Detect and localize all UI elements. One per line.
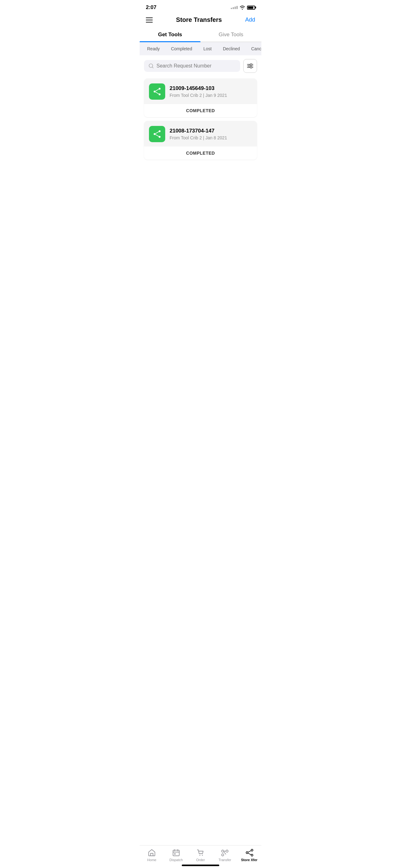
transfer-card-2[interactable]: 21008-173704-147 From Tool Crib 2 | Jan …	[144, 121, 257, 160]
sub-tab-ready[interactable]: Ready	[142, 44, 165, 54]
svg-point-8	[154, 91, 156, 92]
tab-get-tools[interactable]: Get Tools	[140, 28, 201, 41]
sub-tabs: Ready Completed Lost Declined Cancelled …	[140, 42, 261, 55]
svg-point-6	[250, 67, 252, 68]
svg-point-13	[154, 133, 156, 135]
search-row	[140, 55, 261, 76]
svg-line-16	[156, 135, 159, 136]
svg-point-5	[248, 65, 250, 67]
svg-point-7	[159, 88, 161, 90]
sub-tab-cancelled[interactable]: Cancelled	[246, 44, 261, 54]
card-status-bar-1: COMPLETED	[144, 104, 257, 117]
search-box	[144, 60, 240, 72]
content-area: 21009-145649-103 From Tool Crib 2 | Jan …	[140, 76, 261, 190]
page-title: Store Transfers	[176, 16, 222, 24]
main-tabs: Get Tools Give Tools	[140, 28, 261, 42]
card-status-bar-2: COMPLETED	[144, 147, 257, 160]
card-info-2: 21008-173704-147 From Tool Crib 2 | Jan …	[170, 128, 227, 140]
status-bar: 2:07	[140, 0, 261, 13]
search-icon	[148, 63, 154, 69]
card-meta-2: From Tool Crib 2 | Jan 8 2021	[170, 135, 227, 140]
svg-point-14	[159, 136, 161, 138]
filter-icon	[247, 63, 254, 69]
svg-line-10	[156, 89, 159, 91]
share-icon-1	[153, 87, 162, 96]
svg-point-12	[159, 130, 161, 132]
sub-tab-declined[interactable]: Declined	[218, 44, 245, 54]
card-number-2: 21008-173704-147	[170, 128, 227, 134]
signal-icon	[231, 6, 238, 9]
card-status-text-2: COMPLETED	[186, 151, 215, 156]
svg-point-4	[250, 64, 252, 65]
svg-line-11	[156, 92, 159, 94]
search-input[interactable]	[157, 63, 236, 69]
app-header: Store Transfers Add	[140, 13, 261, 28]
card-status-text-1: COMPLETED	[186, 108, 215, 113]
card-top-1: 21009-145649-103 From Tool Crib 2 | Jan …	[144, 79, 257, 104]
battery-icon	[247, 6, 255, 10]
svg-point-9	[159, 93, 161, 95]
transfer-icon-1	[149, 84, 165, 100]
card-meta-1: From Tool Crib 2 | Jan 9 2021	[170, 93, 227, 98]
svg-line-15	[156, 132, 159, 134]
card-info-1: 21009-145649-103 From Tool Crib 2 | Jan …	[170, 85, 227, 98]
cards-container: 21009-145649-103 From Tool Crib 2 | Jan …	[140, 76, 261, 161]
filter-button[interactable]	[243, 59, 257, 73]
transfer-card-1[interactable]: 21009-145649-103 From Tool Crib 2 | Jan …	[144, 79, 257, 117]
card-number-1: 21009-145649-103	[170, 85, 227, 92]
sub-tab-lost[interactable]: Lost	[198, 44, 216, 54]
add-button[interactable]: Add	[245, 17, 255, 23]
sub-tab-completed[interactable]: Completed	[166, 44, 197, 54]
transfer-icon-2	[149, 126, 165, 142]
card-top-2: 21008-173704-147 From Tool Crib 2 | Jan …	[144, 121, 257, 147]
status-time: 2:07	[146, 4, 157, 11]
wifi-icon	[239, 5, 245, 10]
status-icons	[231, 5, 255, 10]
menu-button[interactable]	[146, 18, 153, 23]
share-icon-2	[153, 130, 162, 138]
tab-give-tools[interactable]: Give Tools	[201, 28, 261, 41]
